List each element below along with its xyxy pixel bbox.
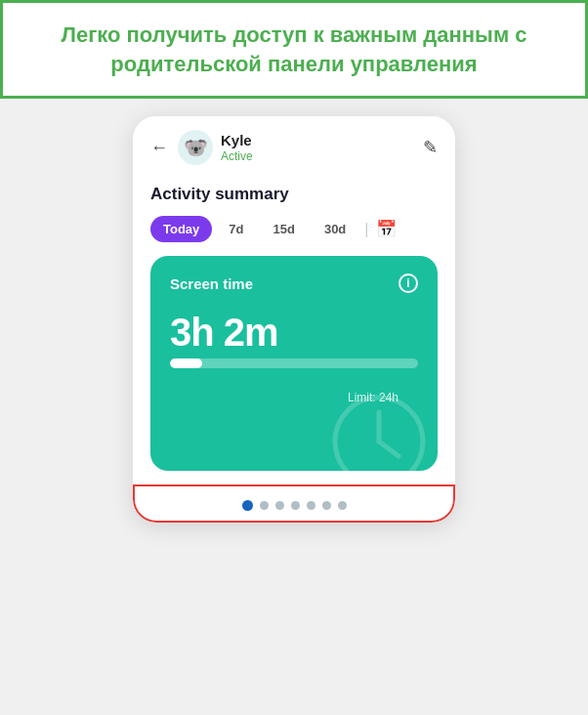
dots-navigation	[133, 484, 455, 523]
dot-5[interactable]	[307, 501, 315, 510]
dot-3[interactable]	[275, 501, 284, 510]
section-title: Activity summary	[150, 185, 438, 204]
dot-1[interactable]	[242, 500, 253, 511]
card-title: Screen time	[170, 275, 253, 292]
user-info: Kyle Active	[221, 132, 253, 163]
edit-icon[interactable]: ✎	[423, 137, 438, 158]
time-value: 3h 2m	[170, 311, 418, 355]
clock-decoration	[330, 393, 428, 471]
tab-15d[interactable]: 15d	[261, 216, 308, 242]
dot-4[interactable]	[291, 501, 300, 510]
main-content: Activity summary Today 7d 15d 30d | 📅 Sc…	[133, 175, 455, 484]
avatar: 🐨	[178, 130, 213, 165]
back-button[interactable]: ←	[150, 138, 168, 158]
tabs-bar: Today 7d 15d 30d | 📅	[150, 216, 438, 242]
phone-frame: ← 🐨 Kyle Active ✎ Activity summary Today…	[133, 116, 455, 523]
dot-2[interactable]	[260, 501, 269, 510]
tab-today[interactable]: Today	[150, 216, 212, 242]
dot-6[interactable]	[322, 501, 331, 510]
app-header: ← 🐨 Kyle Active ✎	[133, 116, 455, 175]
info-icon[interactable]: i	[399, 273, 418, 293]
tab-30d[interactable]: 30d	[312, 216, 358, 242]
progress-bar-fill	[170, 358, 202, 368]
banner-text: Легко получить доступ к важным данным с …	[32, 21, 556, 78]
tab-7d[interactable]: 7d	[216, 216, 256, 242]
svg-line-2	[379, 442, 399, 456]
user-name: Kyle	[221, 132, 253, 149]
dot-7[interactable]	[338, 501, 347, 510]
user-status: Active	[221, 149, 253, 163]
progress-bar-background	[170, 358, 418, 368]
calendar-icon[interactable]: 📅	[376, 219, 397, 239]
screen-time-card: Screen time i 3h 2m Limit: 24h	[150, 256, 438, 471]
promo-banner: Легко получить доступ к важным данным с …	[0, 0, 588, 99]
tab-divider: |	[364, 221, 368, 238]
card-header: Screen time i	[170, 273, 418, 293]
